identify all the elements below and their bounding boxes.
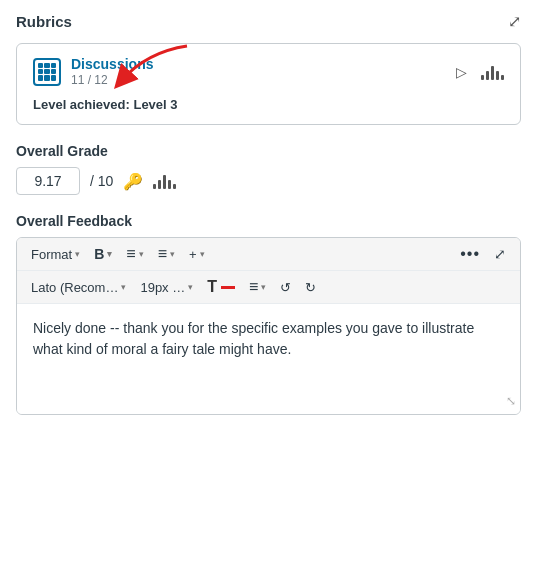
grade-input[interactable] — [16, 167, 80, 195]
toolbar-row2: Lato (Recom… ▾ 19px … ▾ T ≡ ▾ ↺ ↻ — [17, 271, 520, 304]
list-button[interactable]: ≡ ▾ — [152, 242, 181, 266]
rubric-card: Discussions 11 / 12 ▷ Level achieved: Le… — [16, 43, 521, 125]
add-button[interactable]: + ▾ — [183, 244, 211, 265]
editor-container: Format ▾ B ▾ ≡ ▾ ≡ ▾ + ▾ ••• — [16, 237, 521, 415]
format-dropdown[interactable]: Format ▾ — [25, 244, 86, 265]
text-color-button[interactable]: T — [201, 275, 241, 299]
grade-denominator: / 10 — [90, 173, 113, 189]
more-options-button[interactable]: ••• — [454, 243, 486, 265]
rubric-actions: ▷ — [456, 64, 504, 80]
line-spacing-button[interactable]: ≡ ▾ — [243, 275, 272, 299]
undo-button[interactable]: ↺ — [274, 277, 297, 298]
key-icon[interactable]: 🔑 — [123, 172, 143, 191]
page-header: Rubrics ⤢ — [16, 12, 521, 31]
bold-button[interactable]: B ▾ — [88, 243, 118, 265]
grade-row: / 10 🔑 — [16, 167, 521, 195]
toolbar-row1: Format ▾ B ▾ ≡ ▾ ≡ ▾ + ▾ ••• — [17, 238, 520, 271]
expand-icon[interactable]: ⤢ — [508, 12, 521, 31]
align-button[interactable]: ≡ ▾ — [120, 242, 149, 266]
size-dropdown[interactable]: 19px … ▾ — [134, 277, 199, 298]
rubric-info: Discussions 11 / 12 — [71, 56, 153, 87]
rubric-score: 11 / 12 — [71, 73, 153, 87]
feedback-section: Overall Feedback Format ▾ B ▾ ≡ ▾ ≡ ▾ + … — [16, 213, 521, 415]
feedback-content: Nicely done -- thank you for the specifi… — [33, 318, 504, 360]
font-dropdown[interactable]: Lato (Recom… ▾ — [25, 277, 132, 298]
feedback-label: Overall Feedback — [16, 213, 521, 229]
resize-handle[interactable]: ⤡ — [506, 392, 516, 410]
rubric-left: Discussions 11 / 12 — [33, 56, 153, 87]
redo-button[interactable]: ↻ — [299, 277, 322, 298]
bar-chart-icon[interactable] — [481, 64, 504, 80]
grade-chart-icon[interactable] — [153, 173, 176, 189]
editor-expand-button[interactable]: ⤢ — [488, 243, 512, 265]
rubric-level: Level achieved: Level 3 — [33, 97, 504, 112]
rubric-grid-icon — [33, 58, 61, 86]
rubric-title[interactable]: Discussions — [71, 56, 153, 72]
play-icon[interactable]: ▷ — [456, 64, 467, 80]
page-title: Rubrics — [16, 13, 72, 30]
rubric-card-header: Discussions 11 / 12 ▷ — [33, 56, 504, 87]
overall-grade-label: Overall Grade — [16, 143, 521, 159]
editor-body[interactable]: Nicely done -- thank you for the specifi… — [17, 304, 520, 414]
